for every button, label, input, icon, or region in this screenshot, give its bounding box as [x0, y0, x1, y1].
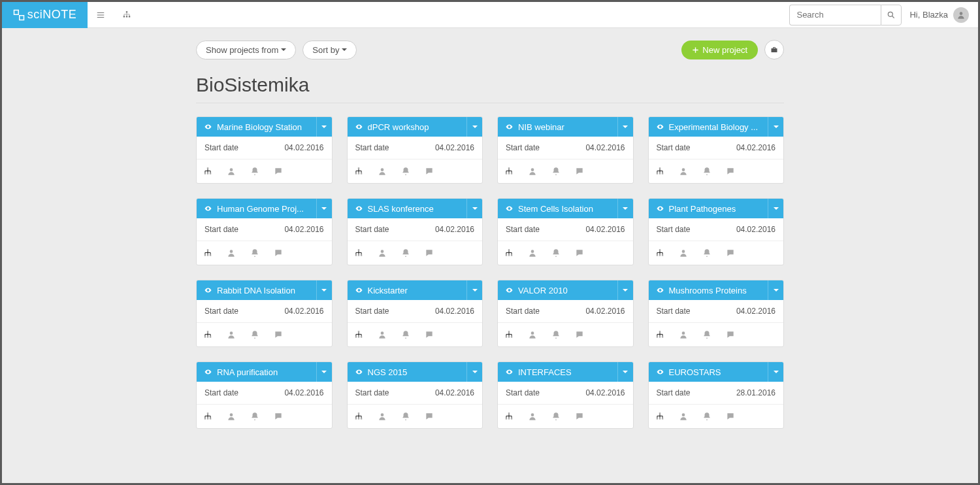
archive-button[interactable] [764, 40, 784, 59]
hierarchy-icon[interactable] [504, 167, 514, 176]
new-project-button[interactable]: New project [681, 41, 758, 59]
project-menu-toggle[interactable] [617, 117, 633, 137]
hierarchy-icon[interactable] [354, 330, 363, 339]
hierarchy-icon[interactable] [354, 412, 363, 421]
hierarchy-icon[interactable] [203, 248, 212, 258]
project-menu-toggle[interactable] [617, 362, 633, 382]
project-card-header[interactable]: Human Genome Proj... [197, 199, 332, 218]
bell-icon[interactable] [250, 330, 259, 339]
comment-icon[interactable] [575, 167, 584, 176]
hierarchy-icon[interactable] [504, 330, 514, 339]
project-card-header[interactable]: NGS 2015 [348, 362, 483, 382]
user-icon[interactable] [679, 412, 688, 421]
hierarchy-icon[interactable] [655, 248, 664, 258]
user-icon[interactable] [679, 248, 688, 258]
bell-icon[interactable] [702, 248, 711, 258]
comment-icon[interactable] [575, 330, 584, 339]
hierarchy-icon[interactable] [203, 330, 212, 339]
project-card-header[interactable]: RNA purification [197, 362, 332, 382]
comment-icon[interactable] [425, 330, 434, 339]
user-icon[interactable] [227, 412, 236, 421]
comment-icon[interactable] [726, 248, 735, 258]
hierarchy-icon[interactable] [203, 412, 212, 421]
hierarchy-icon[interactable] [655, 167, 664, 176]
user-icon[interactable] [528, 248, 537, 258]
comment-icon[interactable] [425, 412, 434, 421]
bell-icon[interactable] [702, 167, 711, 176]
user-icon[interactable] [528, 330, 537, 339]
project-menu-toggle[interactable] [316, 199, 332, 218]
project-card-header[interactable]: SLAS konference [348, 199, 483, 218]
sort-dropdown[interactable]: Sort by [302, 41, 357, 59]
project-menu-toggle[interactable] [466, 117, 482, 137]
bell-icon[interactable] [401, 412, 410, 421]
project-card-header[interactable]: Rabbit DNA Isolation [197, 280, 332, 300]
bell-icon[interactable] [250, 412, 259, 421]
project-card-header[interactable]: Kickstarter [348, 280, 483, 300]
user-icon[interactable] [528, 412, 537, 421]
project-card-header[interactable]: NIB webinar [498, 117, 633, 137]
filter-dropdown[interactable]: Show projects from [196, 41, 296, 59]
search-input[interactable] [789, 5, 881, 25]
user-icon[interactable] [378, 412, 387, 421]
project-menu-toggle[interactable] [768, 362, 783, 382]
project-menu-toggle[interactable] [466, 199, 482, 218]
comment-icon[interactable] [274, 330, 283, 339]
avatar[interactable] [953, 7, 969, 23]
bell-icon[interactable] [401, 167, 410, 176]
project-menu-toggle[interactable] [466, 362, 482, 382]
project-menu-toggle[interactable] [316, 362, 332, 382]
user-icon[interactable] [528, 167, 537, 176]
bell-icon[interactable] [702, 412, 711, 421]
project-card-header[interactable]: dPCR workshop [348, 117, 483, 137]
comment-icon[interactable] [425, 167, 434, 176]
project-menu-toggle[interactable] [316, 280, 332, 300]
project-card-header[interactable]: VALOR 2010 [498, 280, 633, 300]
project-card-header[interactable]: Experimental Biology ... [649, 117, 784, 137]
hierarchy-icon[interactable] [655, 330, 664, 339]
bell-icon[interactable] [551, 412, 561, 421]
comment-icon[interactable] [575, 248, 584, 258]
bell-icon[interactable] [551, 248, 561, 258]
bell-icon[interactable] [401, 330, 410, 339]
bell-icon[interactable] [551, 330, 561, 339]
user-icon[interactable] [227, 167, 236, 176]
project-menu-toggle[interactable] [768, 199, 783, 218]
brand-logo[interactable]: sciNOTE [2, 2, 88, 28]
user-icon[interactable] [378, 330, 387, 339]
hierarchy-icon[interactable] [504, 412, 514, 421]
comment-icon[interactable] [575, 412, 584, 421]
project-card-header[interactable]: Mushrooms Proteins [649, 280, 784, 300]
project-card-header[interactable]: Marine Biology Station [197, 117, 332, 137]
hierarchy-icon[interactable] [354, 167, 363, 176]
hierarchy-icon[interactable] [655, 412, 664, 421]
nav-hierarchy-button[interactable] [114, 2, 140, 28]
comment-icon[interactable] [726, 412, 735, 421]
bell-icon[interactable] [702, 330, 711, 339]
comment-icon[interactable] [274, 412, 283, 421]
project-menu-toggle[interactable] [316, 117, 332, 137]
project-card-header[interactable]: EUROSTARS [649, 362, 784, 382]
project-card-header[interactable]: Plant Pathogenes [649, 199, 784, 218]
project-menu-toggle[interactable] [768, 280, 783, 300]
hierarchy-icon[interactable] [203, 167, 212, 176]
hierarchy-icon[interactable] [354, 248, 363, 258]
project-menu-toggle[interactable] [617, 199, 633, 218]
project-card-header[interactable]: Stem Cells Isolation [498, 199, 633, 218]
comment-icon[interactable] [425, 248, 434, 258]
user-icon[interactable] [378, 167, 387, 176]
user-icon[interactable] [679, 330, 688, 339]
bell-icon[interactable] [250, 248, 259, 258]
hierarchy-icon[interactable] [504, 248, 514, 258]
project-menu-toggle[interactable] [617, 280, 633, 300]
menu-toggle-button[interactable] [88, 2, 114, 28]
bell-icon[interactable] [401, 248, 410, 258]
user-icon[interactable] [679, 167, 688, 176]
project-menu-toggle[interactable] [768, 117, 783, 137]
comment-icon[interactable] [274, 248, 283, 258]
comment-icon[interactable] [274, 167, 283, 176]
bell-icon[interactable] [250, 167, 259, 176]
user-icon[interactable] [378, 248, 387, 258]
comment-icon[interactable] [726, 330, 735, 339]
bell-icon[interactable] [551, 167, 561, 176]
